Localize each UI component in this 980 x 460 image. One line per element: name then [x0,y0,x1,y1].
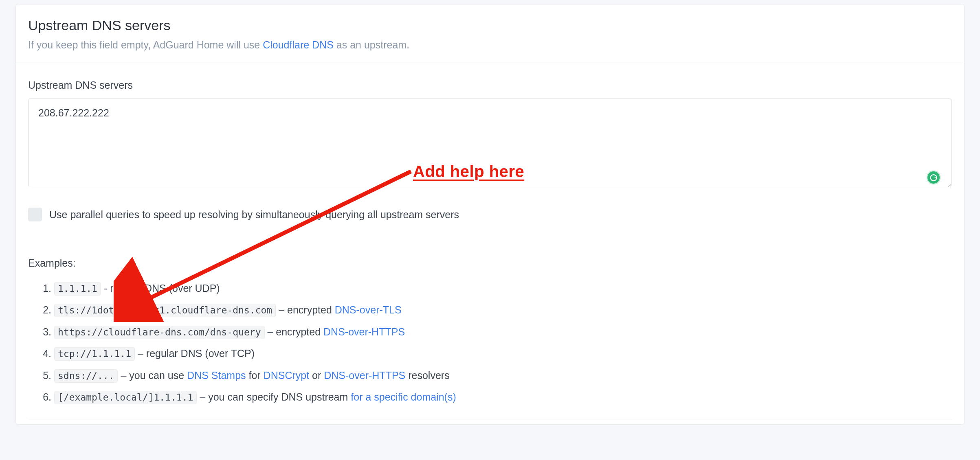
example-code: 1.1.1.1 [54,282,101,296]
parallel-queries-row: Use parallel queries to speed up resolvi… [28,207,952,223]
example-item: 1.1.1.1 - regular DNS (over UDP) [54,278,952,300]
specific-domain-link[interactable]: for a specific domain(s) [351,391,456,403]
example-code: https://cloudflare-dns.com/dns-query [54,326,265,339]
subtitle-prefix: If you keep this field empty, AdGuard Ho… [28,39,263,50]
example-item: [/example.local/]1.1.1.1 – you can speci… [54,387,952,409]
dnscrypt-link[interactable]: DNSCrypt [264,370,310,381]
upstream-dns-panel: Upstream DNS servers If you keep this fi… [15,4,965,425]
example-text: encrypted [276,326,323,337]
grammarly-icon[interactable] [927,171,940,184]
subtitle-suffix: as an upstream. [334,39,409,50]
panel-subtitle: If you keep this field empty, AdGuard Ho… [28,37,952,53]
examples-list: 1.1.1.1 - regular DNS (over UDP) tls://1… [54,278,952,409]
example-code: tcp://1.1.1.1 [54,347,135,361]
example-code: sdns://... [54,369,118,383]
example-text: regular DNS (over TCP) [146,348,255,359]
textarea-wrap [28,99,952,192]
parallel-queries-checkbox[interactable] [28,208,42,221]
upstream-field-label: Upstream DNS servers [28,78,952,93]
panel-header: Upstream DNS servers If you keep this fi… [16,4,964,62]
upstream-dns-textarea[interactable] [28,99,952,187]
panel-title: Upstream DNS servers [28,15,952,36]
cloudflare-dns-link[interactable]: Cloudflare DNS [263,39,334,50]
example-text: encrypted [287,304,335,315]
example-item: https://cloudflare-dns.com/dns-query – e… [54,322,952,344]
example-code: [/example.local/]1.1.1.1 [54,391,197,404]
examples-heading: Examples: [28,256,952,271]
example-text: regular DNS (over UDP) [110,283,220,294]
example-item: tcp://1.1.1.1 – regular DNS (over TCP) [54,344,952,366]
dns-over-https-link[interactable]: DNS-over-HTTPS [323,326,405,337]
example-text: you can specify DNS upstream [208,391,351,403]
dns-over-https-link[interactable]: DNS-over-HTTPS [324,370,405,381]
dns-over-tls-link[interactable]: DNS-over-TLS [335,304,402,315]
example-text: you can use [129,370,187,381]
panel-body: Upstream DNS servers Use parallel querie… [16,62,964,424]
example-item: tls://1dot1dot1dot1.cloudflare-dns.com –… [54,300,952,322]
example-item: sdns://... – you can use DNS Stamps for … [54,366,952,388]
example-code: tls://1dot1dot1dot1.cloudflare-dns.com [54,304,276,317]
dns-stamps-link[interactable]: DNS Stamps [187,370,246,381]
divider [28,420,952,420]
parallel-queries-label: Use parallel queries to speed up resolvi… [49,207,459,223]
